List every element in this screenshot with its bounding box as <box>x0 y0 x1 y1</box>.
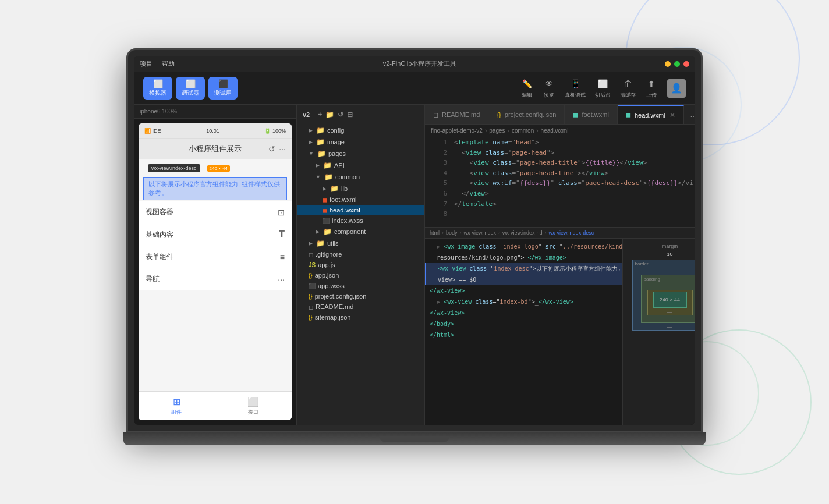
nav-api[interactable]: ⬜ 接口 <box>247 396 259 416</box>
tree-folder-common[interactable]: ▼ 📁 common <box>297 171 424 183</box>
tab-label: project.config.json <box>505 111 557 118</box>
list-item-label-0: 视图容器 <box>146 207 173 217</box>
code-line-1: 1 <template name="head"> <box>425 137 695 148</box>
tree-folder-image[interactable]: ▶ 📁 image <box>297 136 424 148</box>
tree-folder-utils[interactable]: ▶ 📁 utils <box>297 237 424 249</box>
action-preview[interactable]: 👁 预览 <box>543 77 555 99</box>
action-edit[interactable]: ✏️ 编辑 <box>520 77 533 99</box>
tree-file-index-wxss[interactable]: ⬛ index.wxss <box>297 215 424 226</box>
tab-project-config[interactable]: {} project.config.json <box>488 105 565 124</box>
edit-label: 编辑 <box>522 91 532 99</box>
margin-value: 10 <box>667 251 672 257</box>
html-line-selected-2[interactable]: view> == $0 <box>425 274 622 285</box>
html-line: ▶ <wx-image class="index-logo" src="../r… <box>425 241 622 252</box>
code-editor[interactable]: 1 <template name="head"> 2 <view class="… <box>425 137 695 227</box>
line-number: 3 <box>430 158 447 168</box>
elem-bc-html[interactable]: html <box>430 230 440 236</box>
clear-label: 清缓存 <box>620 91 636 99</box>
status-battery: 🔋 100% <box>264 128 286 134</box>
elem-bc-sep: › <box>498 230 500 236</box>
list-item-view-container[interactable]: 视图容器 ⊡ <box>139 201 292 223</box>
tree-file-project-config[interactable]: {} project.config.json <box>297 291 424 301</box>
tree-folder-pages[interactable]: ▼ 📁 pages <box>297 148 424 159</box>
action-clear[interactable]: 🗑 清缓存 <box>620 77 636 99</box>
status-time: 10:01 <box>206 128 219 134</box>
maximize-button[interactable] <box>674 61 680 67</box>
elem-bc-body[interactable]: body <box>446 230 458 236</box>
simulate-button[interactable]: ⬜ 模拟器 <box>143 77 172 100</box>
tree-file-gitignore[interactable]: ◻ .gitignore <box>297 249 424 260</box>
real-debug-label: 真机调试 <box>565 91 586 99</box>
titlebar: 项目 帮助 v2-FinClip小程序开发工具 <box>134 56 695 72</box>
tree-item-label: foot.wxml <box>330 196 356 203</box>
action-upload[interactable]: ⬆ 上传 <box>645 77 658 99</box>
breadcrumb: fino-applet-demo-v2 › pages › common › h… <box>425 125 695 137</box>
tree-folder-api[interactable]: ▶ 📁 API <box>297 159 424 171</box>
phone-content: wx-view.index-desc 240 × 44 以下将展示小程序官方组件… <box>139 159 292 391</box>
chevron-icon: ▶ <box>309 139 313 145</box>
action-bg[interactable]: ⬜ 切后台 <box>595 77 611 99</box>
wxml-icon: ◼ <box>323 197 327 203</box>
html-view[interactable]: ▶ <wx-image class="index-logo" src="../r… <box>425 239 622 425</box>
elem-bc-wx-view-index[interactable]: wx-view.index <box>464 230 497 236</box>
list-item-basic-content[interactable]: 基础内容 T <box>139 223 292 246</box>
tab-more-button[interactable]: ··· <box>684 108 695 124</box>
tab-close-icon[interactable]: ✕ <box>669 111 675 119</box>
tree-item-label: head.wxml <box>330 207 360 214</box>
tree-file-sitemap[interactable]: {} sitemap.json <box>297 312 424 322</box>
tree-file-head-wxml[interactable]: ◼ head.wxml <box>297 205 424 215</box>
minimize-button[interactable] <box>665 61 671 67</box>
more-options-icon[interactable]: ··· <box>279 144 286 154</box>
elem-bc-wx-view-desc[interactable]: wx-view.index-desc <box>549 230 594 236</box>
tab-label: foot.wxml <box>582 111 608 118</box>
main-area: iphone6 100% 📶 IDE 10:01 🔋 100% 小程序组件展示 … <box>134 105 695 425</box>
breadcrumb-sep-3: › <box>536 127 538 134</box>
tab-icon: ◻ <box>433 111 438 119</box>
chevron-icon: ▶ <box>316 229 320 235</box>
line-number: 8 <box>430 209 447 219</box>
new-file-icon[interactable]: + <box>318 111 322 119</box>
nav-component[interactable]: ⊞ 组件 <box>171 396 182 416</box>
close-button[interactable] <box>683 61 689 67</box>
user-avatar[interactable]: 👤 <box>667 79 686 98</box>
refresh-icon[interactable]: ↺ <box>268 144 275 154</box>
menu-project[interactable]: 项目 <box>140 59 153 68</box>
tree-folder-lib[interactable]: ▶ 📁 lib <box>297 183 424 194</box>
phone-app-header: 小程序组件展示 ··· ↺ <box>139 139 292 159</box>
tree-file-app-js[interactable]: JS app.js <box>297 260 424 270</box>
tree-file-app-wxss[interactable]: ⬛ app.wxss <box>297 281 424 291</box>
new-folder-icon[interactable]: 📁 <box>325 111 334 119</box>
device-info: iphone6 100% <box>134 105 296 119</box>
window-title: v2-FinClip小程序开发工具 <box>175 59 665 68</box>
tree-file-readme[interactable]: ◻ README.md <box>297 301 424 312</box>
tab-foot-wxml[interactable]: ◼ foot.wxml <box>565 105 617 124</box>
list-item-form[interactable]: 表单组件 ≡ <box>139 246 292 268</box>
element-tooltip: wx-view.index-desc <box>148 164 200 172</box>
box-border: padding — 240 × 44 — — <box>641 275 696 323</box>
tab-readme[interactable]: ◻ README.md <box>425 105 488 124</box>
debug-button[interactable]: ⬜ 调试器 <box>176 77 205 100</box>
elem-bc-wx-view-hd[interactable]: wx-view.index-hd <box>502 230 543 236</box>
tree-file-foot-wxml[interactable]: ◼ foot.wxml <box>297 194 424 205</box>
html-line-selected[interactable]: <wx-view class="index-desc">以下将展示小程序官方组件… <box>425 263 622 274</box>
tree-item-label: sitemap.json <box>315 314 351 321</box>
tab-head-wxml[interactable]: ◼ head.wxml ✕ <box>618 105 685 124</box>
elem-bc-sep: › <box>460 230 462 236</box>
code-content <box>454 209 690 219</box>
code-content: <view wx:if="{{desc}}" class="page-head-… <box>454 178 693 189</box>
action-real-debug[interactable]: 📱 真机调试 <box>565 77 586 99</box>
tree-root: v2 + 📁 ↺ ⊟ <box>297 105 424 125</box>
tree-item-label: common <box>335 173 360 180</box>
padding-value: — <box>667 283 672 289</box>
refresh-tree-icon[interactable]: ↺ <box>338 111 343 119</box>
tree-file-app-json[interactable]: {} app.json <box>297 270 424 281</box>
test-button[interactable]: ⬛ 测试用 <box>208 77 238 100</box>
tree-folder-component[interactable]: ▶ 📁 component <box>297 226 424 237</box>
collapse-tree-icon[interactable]: ⊟ <box>347 111 353 119</box>
menu-help[interactable]: 帮助 <box>162 59 175 68</box>
elem-bc-sep: › <box>545 230 547 236</box>
list-item-nav[interactable]: 导航 ··· <box>139 268 292 290</box>
code-line-7: 7 </template> <box>425 199 695 210</box>
component-highlight: 以下将展示小程序官方组件能力, 组件样式仅供参考。 <box>143 177 287 200</box>
tree-folder-config[interactable]: ▶ 📁 config <box>297 125 424 136</box>
